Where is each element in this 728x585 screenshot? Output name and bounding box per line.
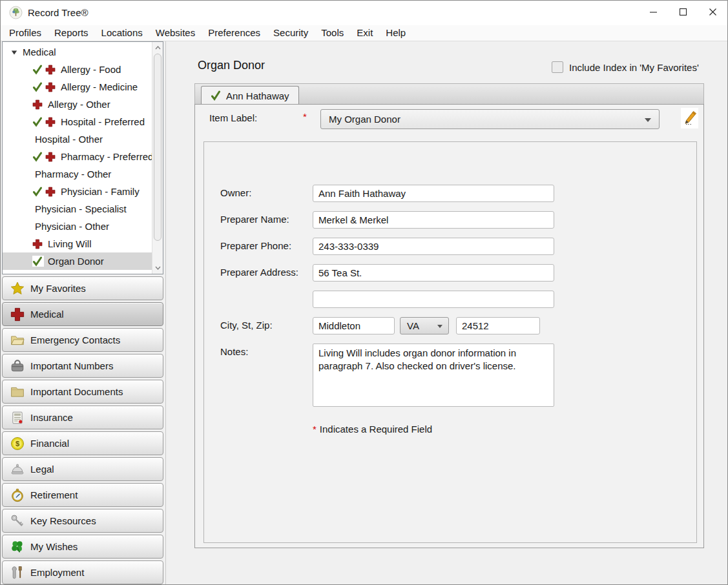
key-icon xyxy=(10,513,25,529)
maximize-button[interactable] xyxy=(668,1,698,25)
sidebar-item-label: Retirement xyxy=(30,489,78,500)
tree-item-label: Hospital - Preferred xyxy=(61,116,145,127)
tree-item-physician-other[interactable]: Physician - Other xyxy=(3,218,152,235)
main-content: Organ Donor Include Index in 'My Favorit… xyxy=(167,41,727,584)
close-button[interactable] xyxy=(698,1,727,25)
dollar-coin-icon: $ xyxy=(10,436,25,451)
menu-item-security[interactable]: Security xyxy=(267,25,315,41)
menu-item-locations[interactable]: Locations xyxy=(95,25,149,41)
include-index-checkbox[interactable] xyxy=(552,61,563,73)
menu-item-preferences[interactable]: Preferences xyxy=(202,25,267,41)
tree-item-label: Physician - Specialist xyxy=(35,203,127,214)
medical-cross-icon xyxy=(32,99,44,110)
preparer-address-label: Preparer Address: xyxy=(220,267,298,278)
tree-item-label: Allergy - Medicine xyxy=(61,81,138,92)
tree-item-hospital-preferred[interactable]: Hospital - Preferred xyxy=(3,113,152,130)
sidebar-item-label: Important Documents xyxy=(30,386,123,397)
preparer-name-input[interactable] xyxy=(313,211,554,229)
tree-item-allergy-medicine[interactable]: Allergy - Medicine xyxy=(3,78,152,96)
state-select[interactable]: VA xyxy=(400,317,449,334)
window-controls xyxy=(638,1,727,25)
item-label-dropdown[interactable]: My Organ Donor xyxy=(320,109,660,129)
menu-item-help[interactable]: Help xyxy=(379,25,412,41)
sidebar-item-label: Employment xyxy=(30,567,84,578)
medical-cross-icon xyxy=(45,81,57,92)
sidebar-item-label: Insurance xyxy=(30,412,73,423)
tab-label: Ann Hathaway xyxy=(226,90,289,101)
sidebar-item-legal[interactable]: Legal xyxy=(2,457,163,481)
tree-item-allergy-other[interactable]: Allergy - Other xyxy=(3,96,152,113)
tree-item-label: Living Will xyxy=(48,238,92,249)
preparer-phone-input[interactable] xyxy=(313,238,554,255)
tree-item-pharmacy-preferred[interactable]: Pharmacy - Preferred xyxy=(3,148,152,165)
tree-node-medical[interactable]: Medical xyxy=(3,43,152,61)
sidebar-item-my-wishes[interactable]: My Wishes xyxy=(2,535,163,559)
tree-item-physician-family[interactable]: Physician - Family xyxy=(3,183,152,200)
tab-strip: Ann Hathaway xyxy=(194,83,704,104)
star-icon xyxy=(10,281,25,296)
scroll-down-icon[interactable] xyxy=(152,263,163,273)
menu-item-exit[interactable]: Exit xyxy=(350,25,379,41)
menu-item-tools[interactable]: Tools xyxy=(315,25,350,41)
medical-cross-icon xyxy=(45,64,57,75)
sidebar-item-medical[interactable]: Medical xyxy=(2,302,163,326)
sidebar-item-key-resources[interactable]: Key Resources xyxy=(2,509,163,533)
tree-item-label: Hospital - Other xyxy=(35,134,103,145)
tab-ann-hathaway[interactable]: Ann Hathaway xyxy=(201,86,299,105)
menu-bar: ProfilesReportsLocationsWebsitesPreferen… xyxy=(1,25,727,41)
notes-label: Notes: xyxy=(220,346,248,357)
pocket-watch-icon xyxy=(10,488,25,503)
record-tree-logo-icon xyxy=(9,6,23,19)
sidebar-item-employment[interactable]: Employment xyxy=(2,560,163,584)
sidebar-item-insurance[interactable]: Insurance xyxy=(2,405,163,429)
checkmark-icon xyxy=(32,256,44,267)
sidebar-item-important-numbers[interactable]: Important Numbers xyxy=(2,354,163,378)
notes-textarea[interactable]: Living Will includes organ donor informa… xyxy=(313,344,554,407)
tree-item-pharmacy-other[interactable]: Pharmacy - Other xyxy=(3,165,152,183)
preparer-phone-label: Preparer Phone: xyxy=(220,240,291,251)
medical-cross-icon xyxy=(32,238,44,249)
sidebar-item-my-favorites[interactable]: My Favorites xyxy=(2,276,163,300)
sidebar-item-retirement[interactable]: Retirement xyxy=(2,483,163,507)
menu-item-websites[interactable]: Websites xyxy=(149,25,202,41)
page-title: Organ Donor xyxy=(198,59,265,72)
city-st-zip-label: City, St, Zip: xyxy=(220,320,273,331)
sidebar-item-label: Key Resources xyxy=(30,515,96,526)
svg-text:$: $ xyxy=(16,439,19,447)
tree-item-label: Physician - Family xyxy=(61,186,140,197)
folder-open-icon xyxy=(10,333,25,348)
state-value: VA xyxy=(407,320,419,331)
include-index-row: Include Index in 'My Favorites' xyxy=(552,61,699,73)
app-window: Record Tree® ProfilesReportsLocationsWeb… xyxy=(0,0,728,585)
tree-item-living-will[interactable]: Living Will xyxy=(3,235,152,252)
menu-item-reports[interactable]: Reports xyxy=(48,25,95,41)
form-groupbox: Owner: Preparer Name: Preparer Phone: Pr… xyxy=(203,141,697,543)
preparer-address-input[interactable] xyxy=(313,264,554,282)
app-title: Record Tree® xyxy=(28,1,88,25)
menu-item-profiles[interactable]: Profiles xyxy=(3,25,48,41)
tree-scrollbar[interactable] xyxy=(152,42,163,274)
sidebar-item-financial[interactable]: $Financial xyxy=(2,431,163,455)
edit-label-button[interactable] xyxy=(681,108,698,128)
tree-item-hospital-other[interactable]: Hospital - Other xyxy=(3,130,152,148)
minimize-button[interactable] xyxy=(638,1,668,25)
sidebar-item-label: My Favorites xyxy=(30,283,86,294)
zip-input[interactable] xyxy=(456,317,540,334)
sidebar-item-important-documents[interactable]: Important Documents xyxy=(2,380,163,404)
sidebar-item-emergency-contacts[interactable]: Emergency Contacts xyxy=(2,328,163,352)
scroll-up-icon[interactable] xyxy=(152,43,163,53)
scrollbar-thumb[interactable] xyxy=(154,54,161,241)
preparer-address2-input[interactable] xyxy=(313,291,554,308)
checkmark-icon xyxy=(32,151,44,162)
medical-cross-icon xyxy=(45,116,57,127)
tree-item-allergy-food[interactable]: Allergy - Food xyxy=(3,61,152,78)
sidebar-item-label: Medical xyxy=(30,309,64,320)
tree-item-label: Allergy - Food xyxy=(61,64,121,75)
tree-item-organ-donor[interactable]: Organ Donor xyxy=(3,252,152,270)
owner-input[interactable] xyxy=(313,185,554,202)
tree-item-physician-specialist[interactable]: Physician - Specialist xyxy=(3,200,152,218)
medical-cross-icon xyxy=(45,186,57,197)
bag-icon xyxy=(10,358,25,374)
owner-label: Owner: xyxy=(220,187,251,198)
city-input[interactable] xyxy=(313,317,395,334)
